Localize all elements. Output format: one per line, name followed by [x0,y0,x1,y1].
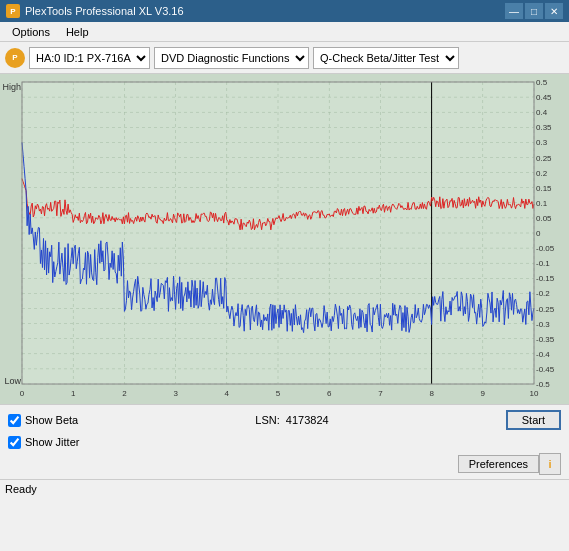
lsn-section: LSN: 4173824 [255,414,328,426]
info-button[interactable]: i [539,453,561,475]
bottom-row-3: Preferences i [8,453,561,475]
lsn-label: LSN: [255,414,279,426]
status-text: Ready [5,483,37,495]
app-icon-letter: P [10,7,15,16]
start-button[interactable]: Start [506,410,561,430]
close-button[interactable]: ✕ [545,3,563,19]
status-bar: Ready [0,479,569,497]
lsn-value: 4173824 [286,414,329,426]
show-jitter-label[interactable]: Show Jitter [8,436,79,449]
app-icon: P [6,4,20,18]
show-beta-checkbox[interactable] [8,414,21,427]
menu-bar: Options Help [0,22,569,42]
bottom-panel: Show Beta LSN: 4173824 Start Show Jitter… [0,404,569,479]
show-beta-label[interactable]: Show Beta [8,414,78,427]
show-jitter-text: Show Jitter [25,436,79,448]
function-select[interactable]: DVD Diagnostic Functions [154,47,309,69]
test-select[interactable]: Q-Check Beta/Jitter Test [313,47,459,69]
chart-area [0,74,569,404]
app-title: PlexTools Professional XL V3.16 [25,5,184,17]
show-jitter-checkbox[interactable] [8,436,21,449]
menu-help[interactable]: Help [58,24,97,40]
show-beta-text: Show Beta [25,414,78,426]
drive-select[interactable]: HA:0 ID:1 PX-716A [29,47,150,69]
toolbar: P HA:0 ID:1 PX-716A DVD Diagnostic Funct… [0,42,569,74]
maximize-button[interactable]: □ [525,3,543,19]
title-bar: P PlexTools Professional XL V3.16 — □ ✕ [0,0,569,22]
preferences-button[interactable]: Preferences [458,455,539,473]
drive-icon: P [5,48,25,68]
bottom-row-1: Show Beta LSN: 4173824 Start [8,409,561,431]
title-bar-left: P PlexTools Professional XL V3.16 [6,4,184,18]
bottom-row-2: Show Jitter [8,431,561,453]
minimize-button[interactable]: — [505,3,523,19]
title-bar-controls: — □ ✕ [505,3,563,19]
chart-canvas [0,74,569,404]
menu-options[interactable]: Options [4,24,58,40]
